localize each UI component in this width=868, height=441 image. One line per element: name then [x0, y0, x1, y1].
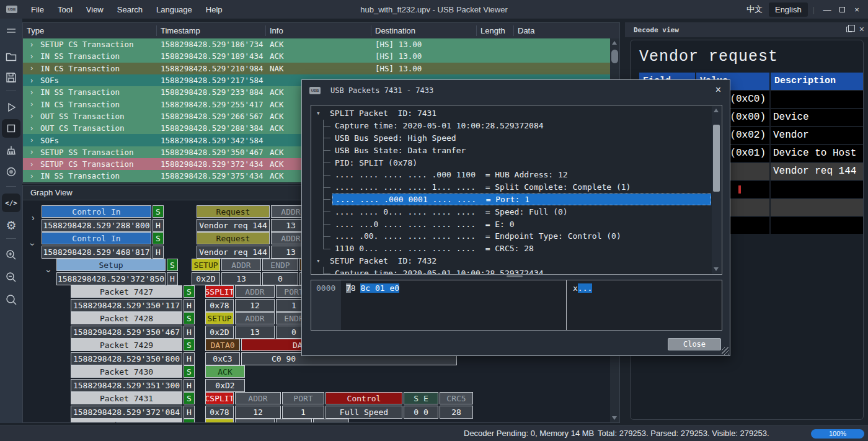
tree-row[interactable]: .... .00. .... .... .... .... = Endpoint…: [311, 230, 711, 243]
tree-row[interactable]: .... .... .... .... 1... .... = Split Co…: [311, 181, 711, 194]
menu-icon[interactable]: [2, 21, 20, 40]
table-row[interactable]: ›IN SS Transaction1588298428.529'189'434…: [23, 50, 610, 62]
menu-item-search[interactable]: Search: [117, 5, 143, 14]
minimize-icon[interactable]: —: [820, 5, 835, 14]
tree-row[interactable]: .... .... .... .... .000 1100 = HUB Addr…: [311, 169, 711, 181]
tree-row[interactable]: USB Bus State: Data tranfer: [311, 144, 711, 156]
pid-header: SETUP: [205, 312, 234, 324]
scroll-up-icon[interactable]: [612, 41, 617, 45]
chevron-right-icon[interactable]: ›: [23, 100, 40, 109]
chevron-right-icon[interactable]: ›: [23, 76, 40, 85]
menu-item-language[interactable]: Language: [156, 5, 192, 14]
pid-value: 0x2D: [205, 326, 234, 339]
request-value: Vendor req 144: [197, 246, 270, 259]
chevron-right-icon[interactable]: ›: [23, 172, 40, 180]
tree-row[interactable]: 1110 0... .... .... .... .... = CRC5: 28: [311, 243, 711, 255]
resize-grip[interactable]: [722, 347, 729, 355]
column-header-data[interactable]: Data: [514, 25, 619, 36]
tree-row[interactable]: Capture time: 2020-05-01 10:00:28.529372…: [311, 267, 711, 275]
settings-gear-icon[interactable]: ⚙: [2, 216, 20, 234]
chevron-right-icon[interactable]: ›: [23, 88, 40, 97]
menu-item-file[interactable]: File: [31, 5, 44, 14]
packet-label[interactable]: Packet 7429: [71, 339, 182, 351]
search-icon[interactable]: [2, 290, 20, 309]
tree-row[interactable]: .... .... 0... .... .... .... = Speed: F…: [311, 205, 711, 218]
expand-down-icon[interactable]: ›: [28, 243, 38, 246]
crc5-header: CRC5: [313, 419, 349, 422]
speed-flag: S: [184, 419, 195, 422]
chevron-right-icon[interactable]: ›: [23, 160, 40, 169]
expand-right-icon[interactable]: ›: [32, 213, 35, 223]
tree-row-selected[interactable]: .... .... .000 0001 .... .... = Port: 1: [311, 194, 711, 206]
decode-close-icon[interactable]: ×: [859, 24, 864, 34]
chevron-right-icon[interactable]: ›: [23, 64, 40, 73]
zoom-out-icon[interactable]: [2, 268, 20, 287]
tree-row[interactable]: Capture time: 2020-05-01 10:00:28.529372…: [311, 120, 711, 132]
hex-bytes[interactable]: 78 8c 01 e0: [341, 280, 567, 330]
scroll-up-icon[interactable]: [714, 109, 719, 112]
chevron-right-icon[interactable]: ›: [23, 112, 40, 120]
tree-root-row[interactable]: ▾SPLIT Packet ID: 7431: [311, 107, 711, 120]
chevron-right-icon[interactable]: ›: [23, 124, 40, 133]
chevron-right-icon[interactable]: ›: [23, 40, 40, 49]
column-header-destination[interactable]: Destination: [371, 25, 477, 36]
graph-row[interactable]: Packet 7432 S H SETUP ADDR ENDP CRC5: [23, 419, 610, 422]
expand-down-icon[interactable]: ›: [44, 270, 54, 273]
clear-brush-icon[interactable]: [2, 141, 20, 160]
dialog-titlebar[interactable]: USB USB Packets 7431 - 7433: [302, 80, 730, 101]
packet-label[interactable]: Packet 7430: [71, 365, 182, 378]
hex-view[interactable]: 0000 78 8c 01 e0 x...: [311, 280, 722, 331]
packet-label[interactable]: Packet 7427: [71, 285, 182, 298]
scroll-down-icon[interactable]: [612, 416, 617, 420]
usb-packets-dialog[interactable]: USB USB Packets 7431 - 7433 × ▾SPLIT Pac…: [301, 79, 730, 356]
column-header-type[interactable]: Type: [23, 25, 157, 36]
zoom-in-icon[interactable]: [2, 246, 20, 264]
script-code-icon[interactable]: </>: [2, 194, 20, 212]
splitter-handle[interactable]: [507, 275, 523, 277]
undock-icon[interactable]: [846, 27, 852, 32]
graph-row[interactable]: Packet 7431 S 1588298428.529'372'084 H C…: [23, 392, 610, 419]
transaction-label[interactable]: Setup: [56, 259, 166, 271]
scrollbar-thumb[interactable]: [713, 125, 720, 192]
lang-chinese-button[interactable]: 中文: [740, 1, 769, 17]
column-header-info[interactable]: Info: [266, 25, 371, 36]
collapse-icon[interactable]: ▾: [316, 109, 327, 117]
collapse-icon[interactable]: ▾: [316, 257, 327, 265]
open-file-icon[interactable]: [2, 47, 20, 66]
menu-item-tool[interactable]: Tool: [58, 5, 73, 14]
column-header-timestamp[interactable]: Timestamp: [157, 25, 266, 36]
table-row[interactable]: ›IN CS Transaction1588298428.529'210'984…: [23, 63, 610, 74]
maximize-icon[interactable]: [835, 5, 849, 14]
record-icon[interactable]: [2, 163, 20, 181]
transfer-label[interactable]: Control In: [42, 205, 151, 218]
packet-label[interactable]: Packet 7428: [71, 312, 182, 324]
chevron-right-icon[interactable]: ›: [23, 148, 40, 156]
transfer-label[interactable]: Control In: [42, 232, 151, 244]
column-header-length[interactable]: Length: [477, 25, 514, 36]
save-icon[interactable]: [2, 68, 20, 87]
menu-item-help[interactable]: Help: [206, 5, 223, 14]
stop-icon[interactable]: [2, 119, 20, 138]
chevron-right-icon[interactable]: ›: [23, 136, 40, 145]
packet-label[interactable]: Packet 7432: [71, 419, 182, 422]
chevron-right-icon[interactable]: ›: [23, 52, 40, 61]
scroll-down-icon[interactable]: [714, 267, 719, 271]
close-icon[interactable]: ×: [849, 5, 864, 14]
close-button[interactable]: Close: [668, 338, 721, 350]
table-row[interactable]: ›SETUP CS Transaction1588298428.529'186'…: [23, 38, 610, 50]
play-icon[interactable]: [2, 98, 20, 117]
tree-row[interactable]: .... ...0 .... .... .... .... = E: 0: [311, 218, 711, 230]
menu-item-view[interactable]: View: [86, 5, 104, 14]
dialog-close-icon[interactable]: ×: [715, 84, 721, 96]
pid-value: 0x2D: [192, 272, 220, 285]
packet-label[interactable]: Packet 7431: [71, 392, 182, 404]
scrollbar-thumb[interactable]: [611, 50, 618, 63]
graph-row[interactable]: Packet 7430 S 1588298428.529'351'300 H A…: [23, 365, 610, 392]
hex-ascii[interactable]: x...: [567, 280, 722, 330]
tree-row[interactable]: PID: SPLIT (0x78): [311, 156, 711, 169]
lang-english-button[interactable]: English: [769, 2, 808, 17]
tree-row[interactable]: USB Bus Speed: High Speed: [311, 132, 711, 145]
tree-root-row[interactable]: ▾SETUP Packet ID: 7432: [311, 255, 711, 267]
toolbar-divider: [6, 91, 16, 91]
tree-scrollbar[interactable]: [712, 106, 721, 274]
